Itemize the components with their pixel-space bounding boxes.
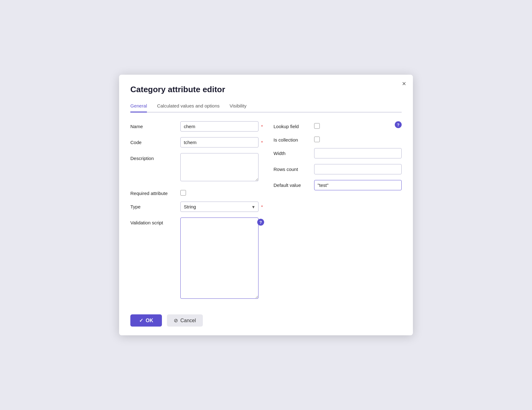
description-label: Description <box>130 153 180 161</box>
default-value-label: Default value <box>274 180 314 188</box>
cancel-icon: ⊘ <box>174 318 178 323</box>
width-label: Width <box>274 148 314 156</box>
cancel-label: Cancel <box>180 318 196 323</box>
ok-check-icon: ✓ <box>139 318 143 323</box>
code-label: Code <box>130 137 180 145</box>
right-column: Lookup field ? Is collection Width <box>274 121 402 306</box>
description-input[interactable] <box>180 153 258 181</box>
name-input-wrap: * <box>180 121 258 132</box>
form-body: Name * Code * Description <box>130 121 402 306</box>
code-input-wrap: * <box>180 137 258 148</box>
type-input-wrap: String Integer Boolean Date ▼ * <box>180 202 258 212</box>
default-value-field-row: Default value <box>274 180 402 190</box>
is-collection-checkbox[interactable] <box>314 137 320 142</box>
is-collection-field-row: Is collection <box>274 135 402 142</box>
width-input[interactable] <box>314 148 402 158</box>
dialog-title: Category attribute editor <box>130 85 402 94</box>
required-attribute-label: Required attribute <box>130 188 180 196</box>
lookup-field-row: Lookup field ? <box>274 121 402 129</box>
ok-button[interactable]: ✓ OK <box>130 314 162 327</box>
tab-general[interactable]: General <box>130 101 147 112</box>
close-button[interactable]: × <box>402 80 406 87</box>
validation-script-field-row: Validation script ? <box>130 218 258 300</box>
rows-count-input[interactable] <box>314 164 402 174</box>
name-label: Name <box>130 121 180 129</box>
lookup-field-checkbox[interactable] <box>314 123 320 129</box>
type-required-star: * <box>261 204 263 209</box>
width-field-row: Width <box>274 148 402 158</box>
rows-count-field-row: Rows count <box>274 164 402 174</box>
required-attribute-checkbox-wrap <box>180 188 186 196</box>
dialog: × Category attribute editor General Calc… <box>119 75 413 335</box>
lookup-field-label: Lookup field <box>274 121 314 129</box>
description-field-row: Description <box>130 153 258 182</box>
name-field-row: Name * <box>130 121 258 132</box>
code-field-row: Code * <box>130 137 258 148</box>
lookup-help-icon[interactable]: ? <box>395 121 402 128</box>
left-column: Name * Code * Description <box>130 121 258 306</box>
is-collection-label: Is collection <box>274 135 314 142</box>
ok-label: OK <box>146 318 153 323</box>
validation-script-input-wrap: ? <box>180 218 258 300</box>
default-value-input-wrap <box>314 180 402 190</box>
validation-script-label: Validation script <box>130 218 180 225</box>
tabs-bar: General Calculated values and options Vi… <box>130 101 402 112</box>
type-select[interactable]: String Integer Boolean Date <box>180 202 258 212</box>
tab-calculated[interactable]: Calculated values and options <box>157 101 219 112</box>
type-select-wrap: String Integer Boolean Date ▼ <box>180 202 258 212</box>
tab-visibility[interactable]: Visibility <box>230 101 247 112</box>
code-input[interactable] <box>180 137 258 148</box>
validation-script-help[interactable]: ? <box>257 219 264 226</box>
rows-count-input-wrap <box>314 164 402 174</box>
is-collection-checkbox-wrap <box>314 135 320 142</box>
name-required-star: * <box>261 124 263 129</box>
cancel-button[interactable]: ⊘ Cancel <box>167 314 203 327</box>
type-label: Type <box>130 202 180 209</box>
width-input-wrap <box>314 148 402 158</box>
type-field-row: Type String Integer Boolean Date ▼ * <box>130 202 258 212</box>
name-input[interactable] <box>180 121 258 132</box>
rows-count-label: Rows count <box>274 164 314 172</box>
footer: ✓ OK ⊘ Cancel <box>130 314 402 327</box>
validation-script-input[interactable] <box>180 218 258 299</box>
code-required-star: * <box>261 140 263 145</box>
required-attribute-checkbox[interactable] <box>180 190 186 196</box>
required-attribute-field-row: Required attribute <box>130 188 258 196</box>
default-value-input[interactable] <box>314 180 402 190</box>
lookup-field-checkbox-wrap <box>314 121 320 129</box>
description-input-wrap <box>180 153 258 182</box>
